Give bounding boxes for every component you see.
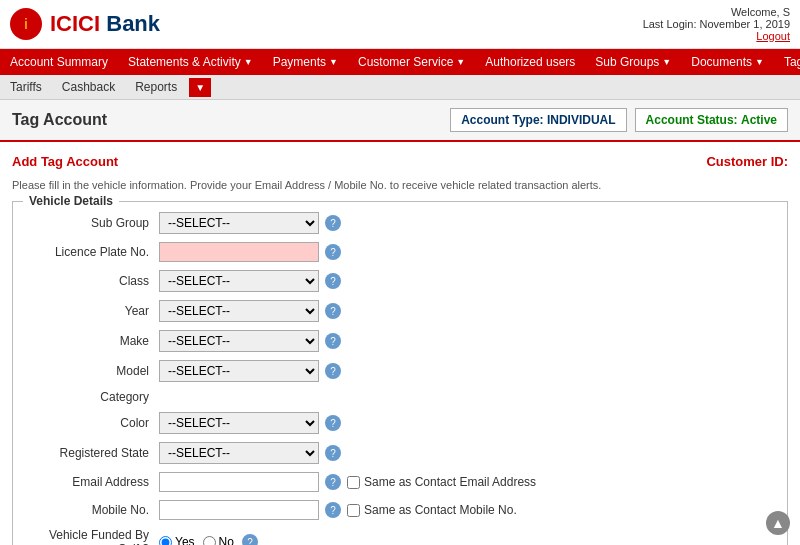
mobile-control: ? Same as Contact Mobile No. bbox=[159, 500, 517, 520]
licence-plate-control: ? bbox=[159, 242, 341, 262]
icici-logo-icon: i bbox=[10, 8, 42, 40]
sub-group-row: Sub Group --SELECT-- ? bbox=[29, 212, 771, 234]
logo-area: i ICICI Bank bbox=[10, 8, 160, 40]
class-select[interactable]: --SELECT-- bbox=[159, 270, 319, 292]
color-control: --SELECT-- ? bbox=[159, 412, 341, 434]
make-label: Make bbox=[29, 334, 159, 348]
account-status-box: Account Status: Active bbox=[635, 108, 788, 132]
nav-account-summary[interactable]: Account Summary bbox=[0, 49, 118, 75]
year-control: --SELECT-- ? bbox=[159, 300, 341, 322]
class-control: --SELECT-- ? bbox=[159, 270, 341, 292]
mobile-input[interactable] bbox=[159, 500, 319, 520]
account-type-value: INDIVIDUAL bbox=[547, 113, 616, 127]
yes-radio-label[interactable]: Yes bbox=[159, 535, 195, 545]
nav-statements-activity[interactable]: Statements & Activity ▼ bbox=[118, 49, 263, 75]
mobile-row: Mobile No. ? Same as Contact Mobile No. bbox=[29, 500, 771, 520]
nav-sub-groups[interactable]: Sub Groups ▼ bbox=[585, 49, 681, 75]
subnav-reports[interactable]: Reports bbox=[125, 75, 187, 99]
color-label: Color bbox=[29, 416, 159, 430]
logout-link[interactable]: Logout bbox=[643, 30, 790, 42]
same-as-mobile-checkbox[interactable] bbox=[347, 504, 360, 517]
vehicle-funded-label: Vehicle Funded By Self ? bbox=[29, 528, 159, 545]
vehicle-funded-radio-group: Yes No ? bbox=[159, 534, 258, 545]
sub-group-help-icon[interactable]: ? bbox=[325, 215, 341, 231]
sub-group-label: Sub Group bbox=[29, 216, 159, 230]
account-type-box: Account Type: INDIVIDUAL bbox=[450, 108, 626, 132]
content-area: Add Tag Account Customer ID: Please fill… bbox=[0, 142, 800, 545]
year-help-icon[interactable]: ? bbox=[325, 303, 341, 319]
scroll-to-top-button[interactable]: ▲ bbox=[766, 511, 790, 535]
account-type-label: Account Type: bbox=[461, 113, 543, 127]
mobile-label: Mobile No. bbox=[29, 503, 159, 517]
model-label: Model bbox=[29, 364, 159, 378]
nav-payments[interactable]: Payments ▼ bbox=[263, 49, 348, 75]
model-help-icon[interactable]: ? bbox=[325, 363, 341, 379]
account-status-value: Active bbox=[741, 113, 777, 127]
class-help-icon[interactable]: ? bbox=[325, 273, 341, 289]
info-text: Please fill in the vehicle information. … bbox=[12, 173, 788, 201]
subnav-cashback[interactable]: Cashback bbox=[52, 75, 125, 99]
registered-state-help-icon[interactable]: ? bbox=[325, 445, 341, 461]
year-select[interactable]: --SELECT-- bbox=[159, 300, 319, 322]
email-control: ? Same as Contact Email Address bbox=[159, 472, 536, 492]
nav-customer-service[interactable]: Customer Service ▼ bbox=[348, 49, 475, 75]
no-radio[interactable] bbox=[203, 536, 216, 546]
registered-state-control: --SELECT-- ? bbox=[159, 442, 341, 464]
mobile-help-icon[interactable]: ? bbox=[325, 502, 341, 518]
chevron-down-icon: ▼ bbox=[662, 57, 671, 67]
make-control: --SELECT-- ? bbox=[159, 330, 341, 352]
header: i ICICI Bank Welcome, S Last Login: Nove… bbox=[0, 0, 800, 49]
sub-group-control: --SELECT-- ? bbox=[159, 212, 341, 234]
email-input[interactable] bbox=[159, 472, 319, 492]
vehicle-funded-help-icon[interactable]: ? bbox=[242, 534, 258, 545]
nav-tag-account[interactable]: Tag Account ▼ bbox=[774, 49, 800, 75]
chevron-down-icon: ▼ bbox=[456, 57, 465, 67]
licence-plate-row: Licence Plate No. ? bbox=[29, 242, 771, 262]
category-row: Category bbox=[29, 390, 771, 404]
account-status-label: Account Status: bbox=[646, 113, 738, 127]
email-help-icon[interactable]: ? bbox=[325, 474, 341, 490]
subnav-expand-button[interactable]: ▼ bbox=[189, 78, 211, 97]
color-select[interactable]: --SELECT-- bbox=[159, 412, 319, 434]
registered-state-label: Registered State bbox=[29, 446, 159, 460]
model-control: --SELECT-- ? bbox=[159, 360, 341, 382]
nav-authorized-users[interactable]: Authorized users bbox=[475, 49, 585, 75]
same-as-email-checkbox[interactable] bbox=[347, 476, 360, 489]
add-tag-title: Add Tag Account bbox=[12, 154, 118, 169]
subnav-tariffs[interactable]: Tariffs bbox=[0, 75, 52, 99]
email-label: Email Address bbox=[29, 475, 159, 489]
make-help-icon[interactable]: ? bbox=[325, 333, 341, 349]
licence-plate-help-icon[interactable]: ? bbox=[325, 244, 341, 260]
sub-navigation: Tariffs Cashback Reports ▼ bbox=[0, 75, 800, 100]
no-radio-label[interactable]: No bbox=[203, 535, 234, 545]
sub-group-select[interactable]: --SELECT-- bbox=[159, 212, 319, 234]
color-help-icon[interactable]: ? bbox=[325, 415, 341, 431]
year-label: Year bbox=[29, 304, 159, 318]
chevron-down-icon: ▼ bbox=[755, 57, 764, 67]
registered-state-select[interactable]: --SELECT-- bbox=[159, 442, 319, 464]
nav-documents[interactable]: Documents ▼ bbox=[681, 49, 774, 75]
category-label: Category bbox=[29, 390, 159, 404]
make-row: Make --SELECT-- ? bbox=[29, 330, 771, 352]
chevron-down-icon: ▼ bbox=[329, 57, 338, 67]
same-as-email-label: Same as Contact Email Address bbox=[347, 475, 536, 489]
year-row: Year --SELECT-- ? bbox=[29, 300, 771, 322]
email-row: Email Address ? Same as Contact Email Ad… bbox=[29, 472, 771, 492]
welcome-text: Welcome, S bbox=[643, 6, 790, 18]
model-row: Model --SELECT-- ? bbox=[29, 360, 771, 382]
chevron-down-icon: ▼ bbox=[244, 57, 253, 67]
licence-plate-input[interactable] bbox=[159, 242, 319, 262]
section-legend: Vehicle Details bbox=[23, 194, 119, 208]
page-header: Tag Account Account Type: INDIVIDUAL Acc… bbox=[0, 100, 800, 142]
registered-state-row: Registered State --SELECT-- ? bbox=[29, 442, 771, 464]
same-as-mobile-label: Same as Contact Mobile No. bbox=[347, 503, 517, 517]
make-select[interactable]: --SELECT-- bbox=[159, 330, 319, 352]
class-label: Class bbox=[29, 274, 159, 288]
model-select[interactable]: --SELECT-- bbox=[159, 360, 319, 382]
yes-radio[interactable] bbox=[159, 536, 172, 546]
main-navigation: Account Summary Statements & Activity ▼ … bbox=[0, 49, 800, 75]
color-row: Color --SELECT-- ? bbox=[29, 412, 771, 434]
bank-name: ICICI Bank bbox=[50, 11, 160, 37]
user-info: Welcome, S Last Login: November 1, 2019 … bbox=[643, 6, 790, 42]
vehicle-funded-control: Yes No ? bbox=[159, 534, 258, 545]
